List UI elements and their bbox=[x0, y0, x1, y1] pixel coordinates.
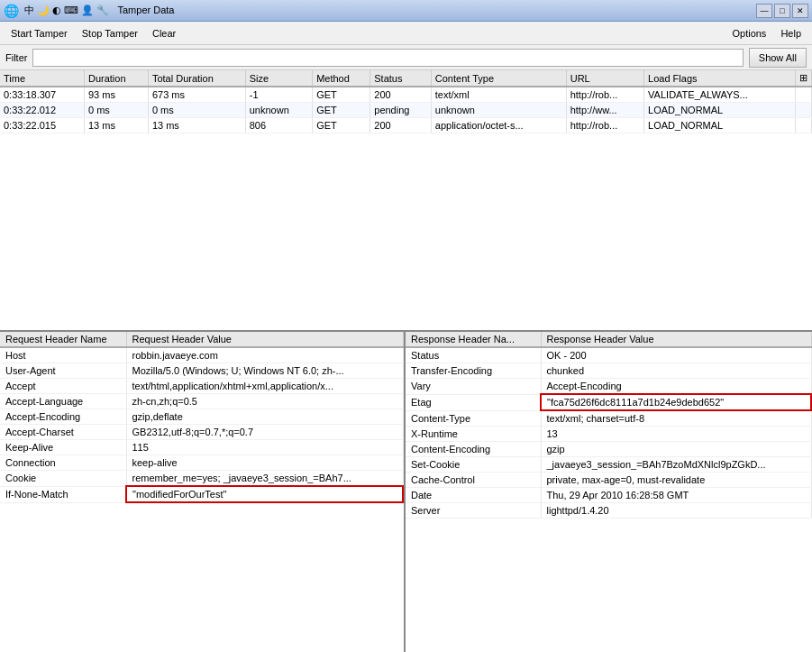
list-item[interactable]: X-Runtime13 bbox=[406, 427, 811, 442]
list-item[interactable]: Accept-Encodinggzip,deflate bbox=[0, 409, 403, 425]
list-item[interactable]: Serverlighttpd/1.4.20 bbox=[406, 503, 811, 519]
resp-header-value: chunked bbox=[541, 363, 811, 379]
col-url: URL bbox=[566, 70, 643, 87]
title-bar-text: 中 🌙 ◐ ⌨ 👤 🔧 Tamper Data bbox=[22, 4, 756, 17]
req-header-value: robbin.javaeye.com bbox=[126, 347, 403, 363]
table-cell: VALIDATE_ALWAYS... bbox=[644, 87, 796, 103]
table-row[interactable]: 0:33:22.0120 ms0 msunknownGETpendingunkn… bbox=[0, 103, 812, 118]
table-cell: http://rob... bbox=[566, 87, 643, 103]
resp-header-name: X-Runtime bbox=[406, 427, 541, 442]
table-cell: http://rob... bbox=[566, 118, 643, 133]
list-item[interactable]: Keep-Alive115 bbox=[0, 440, 403, 455]
menu-bar: Start Tamper Stop Tamper Clear Options H… bbox=[0, 22, 812, 45]
req-header-name: Accept-Encoding bbox=[0, 409, 126, 425]
table-cell: unknown bbox=[431, 103, 566, 118]
table-cell: 200 bbox=[370, 118, 432, 133]
list-item[interactable]: Accept-CharsetGB2312,utf-8;q=0.7,*;q=0.7 bbox=[0, 425, 403, 440]
table-cell: http://ww... bbox=[566, 103, 643, 118]
req-header-name: Accept-Charset bbox=[0, 425, 126, 440]
resp-header-value: lighttpd/1.4.20 bbox=[541, 503, 811, 519]
list-item[interactable]: VaryAccept-Encoding bbox=[406, 379, 811, 395]
table-cell: pending bbox=[370, 103, 432, 118]
req-header-value: 115 bbox=[126, 440, 403, 455]
minimize-button[interactable]: — bbox=[756, 4, 772, 18]
resp-header-value: OK - 200 bbox=[541, 347, 811, 363]
req-header-value: zh-cn,zh;q=0.5 bbox=[126, 394, 403, 409]
menu-stop-tamper[interactable]: Stop Tamper bbox=[75, 25, 145, 41]
resp-header-name-col: Response Header Na... bbox=[406, 332, 541, 347]
resp-header-name: Content-Encoding bbox=[406, 442, 541, 457]
list-item[interactable]: Content-Encodinggzip bbox=[406, 442, 811, 457]
resp-header-value: private, max-age=0, must-revalidate bbox=[541, 473, 811, 488]
app-icon: 🌐 bbox=[4, 4, 18, 18]
table-cell bbox=[796, 87, 812, 103]
list-item[interactable]: StatusOK - 200 bbox=[406, 347, 811, 363]
list-item[interactable]: Cookieremember_me=yes; _javaeye3_session… bbox=[0, 471, 403, 487]
menu-start-tamper[interactable]: Start Tamper bbox=[4, 25, 75, 41]
top-panel: Time Duration Total Duration Size Method… bbox=[0, 70, 812, 332]
table-cell: 0:33:22.012 bbox=[0, 103, 84, 118]
resp-header-name: Date bbox=[406, 488, 541, 503]
table-cell: 806 bbox=[245, 118, 312, 133]
resp-header-value: Thu, 29 Apr 2010 16:28:58 GMT bbox=[541, 488, 811, 503]
filter-bar: Filter Show All bbox=[0, 45, 812, 70]
req-header-value-col: Request Header Value bbox=[126, 332, 403, 347]
bottom-panel: Request Header Name Request Header Value… bbox=[0, 332, 812, 652]
table-row[interactable]: 0:33:22.01513 ms13 ms806GET200applicatio… bbox=[0, 118, 812, 133]
table-cell: 0 ms bbox=[148, 103, 245, 118]
resp-header-value: "fca75d26f6dc8111a7d1b24e9debd652" bbox=[541, 394, 811, 410]
col-total-duration: Total Duration bbox=[148, 70, 245, 87]
close-button[interactable]: ✕ bbox=[792, 4, 808, 18]
table-cell: 0 ms bbox=[84, 103, 148, 118]
filter-label: Filter bbox=[5, 52, 27, 63]
resp-header-name: Vary bbox=[406, 379, 541, 395]
col-status: Status bbox=[370, 70, 432, 87]
list-item[interactable]: Cache-Controlprivate, max-age=0, must-re… bbox=[406, 473, 811, 488]
table-cell: -1 bbox=[245, 87, 312, 103]
table-cell: GET bbox=[313, 87, 370, 103]
table-cell: application/octet-s... bbox=[431, 118, 566, 133]
response-headers-table: Response Header Na... Response Header Va… bbox=[406, 332, 812, 519]
resp-header-value-col: Response Header Value bbox=[541, 332, 811, 347]
col-size: Size bbox=[245, 70, 312, 87]
list-item[interactable]: Transfer-Encodingchunked bbox=[406, 363, 811, 379]
req-header-name: Host bbox=[0, 347, 126, 363]
col-extra: ⊞ bbox=[796, 70, 812, 87]
list-item[interactable]: Etag"fca75d26f6dc8111a7d1b24e9debd652" bbox=[406, 394, 811, 410]
list-item[interactable]: Hostrobbin.javaeye.com bbox=[0, 347, 403, 363]
resp-header-name: Status bbox=[406, 347, 541, 363]
col-method: Method bbox=[313, 70, 370, 87]
table-row[interactable]: 0:33:18.30793 ms673 ms-1GET200text/xmlht… bbox=[0, 87, 812, 103]
req-header-value: Mozilla/5.0 (Windows; U; Windows NT 6.0;… bbox=[126, 363, 403, 379]
list-item[interactable]: Content-Typetext/xml; charset=utf-8 bbox=[406, 410, 811, 427]
resp-header-name: Set-Cookie bbox=[406, 457, 541, 473]
list-item[interactable]: Accepttext/html,application/xhtml+xml,ap… bbox=[0, 379, 403, 394]
table-cell: GET bbox=[313, 118, 370, 133]
resp-header-name: Content-Type bbox=[406, 410, 541, 427]
req-header-name-col: Request Header Name bbox=[0, 332, 126, 347]
list-item[interactable]: User-AgentMozilla/5.0 (Windows; U; Windo… bbox=[0, 363, 403, 379]
list-item[interactable]: Accept-Languagezh-cn,zh;q=0.5 bbox=[0, 394, 403, 409]
list-item[interactable]: Connectionkeep-alive bbox=[0, 455, 403, 471]
filter-input[interactable] bbox=[32, 49, 743, 67]
resp-header-value: 13 bbox=[541, 427, 811, 442]
maximize-button[interactable]: □ bbox=[774, 4, 790, 18]
list-item[interactable]: Set-Cookie_javaeye3_session_=BAh7BzoMdXN… bbox=[406, 457, 811, 473]
table-cell: 0:33:22.015 bbox=[0, 118, 84, 133]
resp-header-value: Accept-Encoding bbox=[541, 379, 811, 395]
table-cell bbox=[796, 118, 812, 133]
menu-help[interactable]: Help bbox=[773, 25, 808, 41]
menu-clear[interactable]: Clear bbox=[145, 25, 183, 41]
menu-options[interactable]: Options bbox=[725, 25, 773, 41]
req-header-value: text/html,application/xhtml+xml,applicat… bbox=[126, 379, 403, 394]
request-headers-panel: Request Header Name Request Header Value… bbox=[0, 332, 406, 652]
resp-header-value: text/xml; charset=utf-8 bbox=[541, 410, 811, 427]
resp-header-name: Etag bbox=[406, 394, 541, 410]
show-all-button[interactable]: Show All bbox=[749, 48, 807, 68]
list-item[interactable]: DateThu, 29 Apr 2010 16:28:58 GMT bbox=[406, 488, 811, 503]
table-cell: LOAD_NORMAL bbox=[644, 103, 796, 118]
list-item[interactable]: If-None-Match"modifiedForOurTest" bbox=[0, 486, 403, 502]
req-header-name: Accept bbox=[0, 379, 126, 394]
resp-header-value: gzip bbox=[541, 442, 811, 457]
table-cell: 0:33:18.307 bbox=[0, 87, 84, 103]
